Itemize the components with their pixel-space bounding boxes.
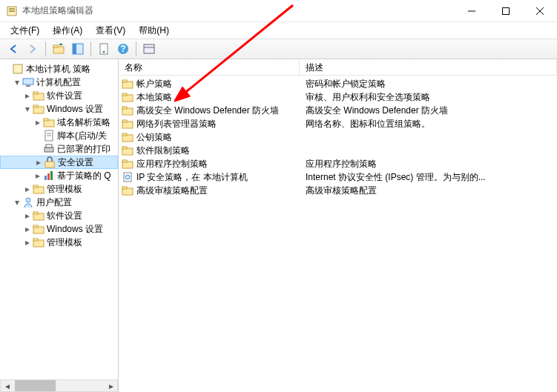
svg-point-59: [125, 175, 130, 179]
svg-rect-31: [45, 162, 54, 167]
item-name: 网络列表管理器策略: [136, 118, 217, 130]
svg-rect-51: [122, 120, 127, 122]
item-desc: 应用程序控制策略: [300, 158, 557, 170]
filter-button[interactable]: [140, 40, 158, 58]
chevron-right-icon[interactable]: ▸: [22, 224, 33, 234]
svg-rect-3: [9, 10, 15, 12]
forward-button[interactable]: [24, 40, 42, 58]
tree-computer-config[interactable]: ▾ 计算机配置: [0, 76, 118, 89]
list-item[interactable]: 高级安全 Windows Defender 防火墙高级安全 Windows De…: [119, 104, 557, 117]
toolbar-separator: [136, 41, 136, 56]
chevron-right-icon[interactable]: ▸: [22, 90, 33, 101]
chevron-right-icon[interactable]: ▸: [33, 170, 43, 181]
help-button[interactable]: ?: [114, 40, 132, 58]
svg-rect-29: [45, 147, 53, 152]
close-button[interactable]: [523, 0, 557, 22]
tree-label: 域名解析策略: [57, 116, 111, 129]
item-name: 帐户策略: [136, 78, 172, 90]
folder-icon: [33, 236, 45, 248]
tree-deployed-printers[interactable]: 已部署的打印: [0, 142, 118, 156]
svg-rect-36: [33, 185, 38, 187]
show-hide-tree-button[interactable]: [69, 40, 87, 58]
script-icon: [43, 130, 55, 142]
toolbar-separator: [45, 41, 46, 56]
toolbar: ?: [0, 39, 557, 59]
list-item[interactable]: 帐户策略密码和帐户锁定策略: [119, 77, 557, 90]
menu-action[interactable]: 操作(A): [47, 23, 88, 39]
tree-dns-policy[interactable]: ▸ 域名解析策略: [0, 116, 118, 129]
item-desc: 高级审核策略配置: [300, 185, 557, 197]
list-header: 名称 描述: [119, 59, 557, 76]
list-body: 帐户策略密码和帐户锁定策略本地策略审核、用户权利和安全选项策略高级安全 Wind…: [119, 76, 557, 199]
item-name: 公钥策略: [136, 131, 172, 144]
svg-rect-39: [33, 212, 38, 214]
tree-policy-qos[interactable]: ▸ 基于策略的 Q: [0, 169, 118, 182]
scrollbar-thumb[interactable]: [15, 380, 56, 391]
chevron-down-icon[interactable]: ▾: [12, 77, 22, 87]
up-button[interactable]: [50, 40, 67, 58]
chevron-down-icon[interactable]: ▾: [22, 104, 33, 114]
svg-rect-11: [73, 44, 76, 54]
list-item[interactable]: 软件限制策略: [119, 144, 557, 157]
chevron-right-icon[interactable]: ▸: [22, 237, 33, 248]
chevron-down-icon[interactable]: ▾: [12, 197, 22, 207]
back-button[interactable]: [4, 40, 22, 58]
folder-icon: [122, 171, 134, 183]
svg-rect-15: [144, 44, 154, 53]
window-controls: [455, 0, 557, 22]
svg-rect-47: [122, 93, 127, 96]
horizontal-scrollbar[interactable]: ◂ ▸: [0, 379, 118, 392]
svg-rect-55: [122, 147, 127, 149]
tree-user-windows[interactable]: ▸ Windows 设置: [0, 222, 118, 236]
security-icon: [44, 156, 56, 168]
chevron-right-icon[interactable]: ▸: [33, 117, 43, 127]
tree-scripts[interactable]: 脚本(启动/关: [0, 129, 118, 142]
folder-icon: [122, 104, 134, 116]
tree-user-admin-templates[interactable]: ▸ 管理模板: [0, 236, 118, 249]
item-desc: 审核、用户权利和安全选项策略: [300, 91, 557, 104]
maximize-button[interactable]: [489, 0, 523, 22]
menu-file[interactable]: 文件(F): [4, 23, 45, 39]
export-button[interactable]: [95, 40, 113, 58]
menu-help[interactable]: 帮助(H): [133, 23, 175, 39]
scroll-right-icon[interactable]: ▸: [105, 379, 117, 392]
menu-view[interactable]: 查看(V): [90, 23, 131, 39]
tree-root[interactable]: 本地计算机 策略: [0, 62, 118, 76]
list-item[interactable]: 网络列表管理器策略网络名称、图标和位置组策略。: [119, 117, 557, 130]
titlebar: 本地组策略编辑器: [0, 0, 557, 22]
list-item[interactable]: 本地策略审核、用户权利和安全选项策略: [119, 90, 557, 104]
app-icon: [6, 5, 18, 17]
folder-icon: [122, 158, 134, 170]
folder-icon: [122, 131, 134, 143]
tree-user-config[interactable]: ▾ 用户配置: [0, 196, 118, 209]
tree-user-software[interactable]: ▸ 软件设置: [0, 209, 118, 222]
tree-label: 计算机配置: [36, 76, 81, 89]
list-item[interactable]: 公钥策略: [119, 130, 557, 144]
column-name[interactable]: 名称: [119, 59, 300, 75]
chevron-right-icon[interactable]: ▸: [22, 210, 33, 221]
tree-security-settings[interactable]: ▸ 安全设置: [0, 156, 118, 169]
item-desc: Internet 协议安全性 (IPsec) 管理。为与别的...: [300, 171, 557, 184]
column-desc[interactable]: 描述: [300, 59, 557, 75]
svg-rect-2: [9, 8, 15, 10]
user-icon: [22, 196, 34, 208]
svg-rect-41: [33, 225, 38, 227]
list-item[interactable]: 应用程序控制策略应用程序控制策略: [119, 157, 557, 170]
folder-icon: [122, 118, 134, 130]
tree-label: 软件设置: [47, 210, 82, 222]
tree-software-settings[interactable]: ▸ 软件设置: [0, 89, 118, 102]
tree-label: 安全设置: [58, 156, 93, 169]
tree-admin-templates[interactable]: ▸ 管理模板: [0, 182, 118, 196]
minimize-button[interactable]: [455, 0, 489, 22]
tree-label: 软件设置: [47, 90, 82, 102]
tree-windows-settings[interactable]: ▾ Windows 设置: [0, 102, 118, 116]
scroll-left-icon[interactable]: ◂: [1, 379, 13, 392]
svg-rect-49: [122, 107, 127, 109]
chevron-right-icon[interactable]: ▸: [33, 157, 44, 167]
list-item[interactable]: 高级审核策略配置高级审核策略配置: [119, 184, 557, 197]
item-name: 本地策略: [136, 91, 172, 104]
list-item[interactable]: IP 安全策略，在 本地计算机Internet 协议安全性 (IPsec) 管理…: [119, 170, 557, 184]
chevron-right-icon[interactable]: ▸: [22, 184, 33, 194]
folder-open-icon: [33, 103, 45, 115]
item-name: 高级安全 Windows Defender 防火墙: [136, 104, 279, 117]
